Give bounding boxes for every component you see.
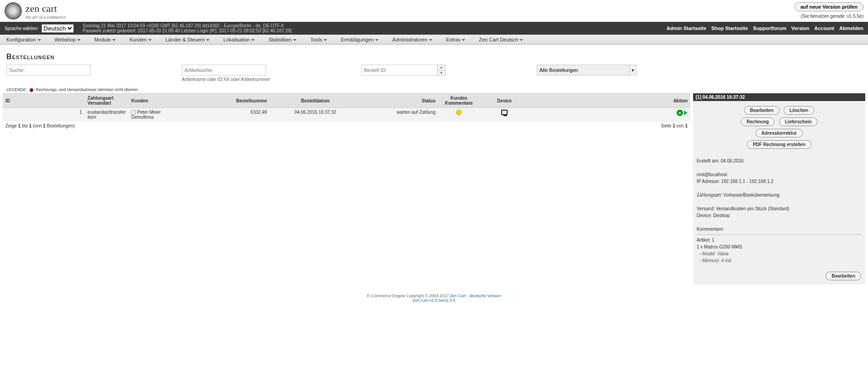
customer-email: root@localhost [697, 172, 862, 177]
col-action[interactable]: Aktion [529, 94, 690, 108]
cell-status: warten auf Zahlung [361, 108, 438, 122]
chevron-down-icon [324, 39, 327, 41]
status-filter-select[interactable]: Alle Bestellungen [537, 65, 637, 76]
info-date: Sonntag 21 Mai 2017 10:04:59 +0200 GMT [… [83, 23, 292, 28]
cell-customer: Peter Meier Demofirma [128, 108, 215, 122]
nav-admin-home[interactable]: Admin Startseite [667, 25, 706, 31]
menu-administratoren[interactable]: Administratoren [392, 37, 432, 42]
admin-nav: Admin Startseite Shop Startseite Support… [663, 25, 863, 31]
col-comments[interactable]: Kunden Kommentare [438, 94, 479, 108]
version-check-button[interactable]: auf neue Version prüfen [795, 2, 863, 11]
table-row[interactable]: 1 eustandardtransfer item Peter Meier De… [3, 108, 690, 122]
cell-sum: €332.49 [215, 108, 270, 122]
legend: LEGENDE: Rechnungs- und Versandadresse s… [0, 82, 868, 93]
col-id[interactable]: ID [3, 94, 85, 108]
edit-action-icon[interactable]: e [677, 110, 683, 116]
pager-left: Zeige 1 bis 1 (von 1 Bestellungen) [5, 123, 75, 128]
col-status[interactable]: Status [361, 94, 438, 108]
language-select[interactable]: Deutsch [41, 24, 74, 33]
menu-statistiken[interactable]: Statistiken [268, 37, 297, 42]
comment-indicator-icon [456, 110, 462, 115]
footer-link-zencart[interactable]: Zen Cart [450, 294, 466, 298]
info-password: Passwort zuletzt geändert: 2017-05-20 21… [83, 28, 292, 33]
logo: zen cart the art of e-commerce [5, 2, 66, 20]
customer-icon[interactable] [131, 110, 136, 115]
invoice-button[interactable]: Rechnung [741, 117, 775, 126]
menu-lokalisation[interactable]: Lokalisation [223, 37, 255, 42]
article-line: 1 x Matrox G200 MMS [697, 244, 862, 249]
footer-link-deutsche[interactable]: deutsche Version [469, 294, 501, 298]
chevron-down-icon [293, 39, 297, 41]
menu-kunden[interactable]: Kunden [129, 37, 152, 42]
order-detail-panel: [1] 04.06.2016 16:37:32 Bearbeiten Lösch… [693, 93, 865, 284]
article-count: Artikel: 1 [697, 238, 862, 243]
select-arrow-icon[interactable] [684, 111, 688, 115]
menu-webshop[interactable]: Webshop [55, 37, 81, 42]
chevron-down-icon [429, 39, 432, 41]
menu-ermaessigungen[interactable]: Ermäßigungen [341, 37, 379, 42]
chevron-down-icon [37, 39, 41, 41]
edit-button[interactable]: Bearbeiten [744, 106, 780, 115]
edit-button-bottom[interactable]: Bearbeiten [826, 272, 861, 280]
nav-supportforum[interactable]: Supportforum [753, 25, 786, 31]
cell-action: e [529, 108, 690, 122]
col-device[interactable]: Device [479, 94, 529, 108]
comments-label: Kommentare: [697, 227, 862, 232]
delete-button[interactable]: Löschen [784, 106, 814, 115]
order-detail-header: [1] 04.06.2016 16:37:32 [693, 93, 865, 101]
pager-right: Seite 1 von 1 [661, 123, 688, 128]
nav-shop-home[interactable]: Shop Startseite [711, 25, 748, 31]
menu-module[interactable]: Module [94, 37, 116, 42]
chevron-down-icon [462, 39, 465, 41]
version-note: (Sie benutzen gerade: v1.5.5e) [795, 14, 863, 19]
col-customer[interactable]: Kunden [128, 94, 215, 108]
menu-tools[interactable]: Tools [310, 37, 327, 42]
chevron-down-icon [148, 39, 152, 41]
nav-logout[interactable]: Abmelden [839, 25, 863, 31]
shipping-method: Versand: Versandkosten pro Stück (Standa… [697, 206, 862, 211]
pdf-invoice-button[interactable]: PDF Rechnung erstellen [747, 140, 812, 149]
logo-tagline: the art of e-commerce [26, 15, 66, 20]
nav-version[interactable]: Version [791, 25, 810, 31]
cell-date: 04.06.2016 16:37:32 [270, 108, 361, 122]
order-id-up-icon[interactable]: ▲ [437, 65, 445, 71]
footer-version-link[interactable]: Zen Cart v1.5.5e/v1.5.5 [412, 298, 455, 303]
desktop-icon [501, 110, 508, 115]
page-title: Bestellungen [0, 45, 868, 65]
logo-icon [5, 2, 22, 20]
main-menu: Konfiguration Webshop Module Kunden Länd… [0, 35, 868, 45]
menu-zencart-deutsch[interactable]: Zen Cart Deutsch [479, 37, 523, 42]
menu-extras[interactable]: Extras [446, 37, 465, 42]
col-payment[interactable]: Zahlungsart Versandart [85, 94, 128, 108]
cell-payment: eustandardtransfer item [85, 108, 128, 122]
device-info: Device: Desktop [697, 213, 862, 218]
nav-account[interactable]: Account [814, 25, 834, 31]
orders-table: ID Zahlungsart Versandart Kunden Bestell… [3, 93, 690, 122]
menu-konfiguration[interactable]: Konfiguration [6, 37, 41, 42]
col-sum[interactable]: Bestellsumme [215, 94, 270, 108]
chevron-down-icon [251, 39, 255, 41]
cell-id: 1 [3, 108, 85, 122]
address-mismatch-icon [30, 88, 33, 92]
order-id-down-icon[interactable]: ▼ [437, 71, 445, 76]
chevron-down-icon [375, 39, 379, 41]
address-correction-button[interactable]: Adresskorrektur [755, 129, 803, 137]
chevron-down-icon [112, 39, 116, 41]
payment-method: Zahlungsart: Vorkasse/Banküberweisung [697, 193, 862, 198]
article-attr-memory: - Memory: 4 mb [697, 258, 862, 263]
article-search-input[interactable] [182, 65, 266, 76]
footer: E-Commerce Engine Copyright © 2003-2017 … [0, 284, 868, 312]
chevron-down-icon [77, 39, 81, 41]
chevron-down-icon [519, 39, 523, 41]
cell-comments [438, 108, 479, 122]
col-date[interactable]: Bestelldatum [270, 94, 361, 108]
menu-laender[interactable]: Länder & Steuern [165, 37, 210, 42]
packing-slip-button[interactable]: Lieferschein [779, 117, 818, 126]
search-input[interactable] [6, 65, 91, 76]
cell-device [479, 108, 529, 122]
order-id-input[interactable] [361, 65, 446, 76]
logo-title: zen cart [26, 3, 66, 15]
created-at: Erstellt am: 04.06.2016 [697, 158, 862, 163]
chevron-down-icon [206, 39, 210, 41]
language-label: Sprache wählen: [5, 26, 39, 31]
